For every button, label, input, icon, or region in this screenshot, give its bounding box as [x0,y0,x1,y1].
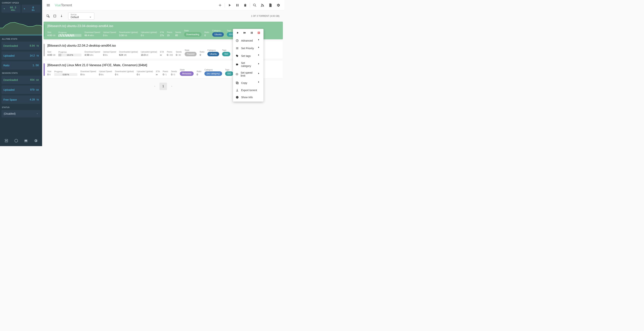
prev-page-button[interactable] [151,82,158,90]
sidebar: CURRENT SPEED 60.3MB/s 0B/s ALLTIME STAT… [0,0,42,146]
chevron-right-icon [258,72,261,76]
ctx-advanced[interactable]: Advanced [233,37,264,44]
category-chip[interactable]: Ubuntu [212,32,224,37]
play-icon[interactable] [226,1,234,9]
ctx-copy[interactable]: Copy [233,79,264,87]
ctx-export[interactable]: Export torrent [233,87,264,94]
trash-icon[interactable] [241,1,249,9]
alltime-downloaded-card[interactable]: Downloaded 8.94 TB [2,42,40,50]
sort-select[interactable]: Sort by Default [68,12,94,20]
add-icon[interactable] [216,1,224,9]
svg-rect-8 [237,82,238,84]
torrent-summary: 1 OF 3 TORRENT (4.93 GB) [251,15,282,17]
pause-icon[interactable] [234,1,241,9]
category-chip[interactable]: Ubuntu [208,52,219,56]
chevron-down-icon [36,112,38,115]
select-all-icon[interactable] [52,13,58,20]
zoom-icon[interactable] [251,1,259,9]
ctx-category[interactable]: Set category [233,60,264,69]
chevron-up-icon [23,7,26,10]
session-downloaded-card[interactable]: Downloaded 654 GB [2,76,40,84]
logout-icon[interactable] [4,139,8,144]
laptop-icon[interactable] [24,139,28,144]
ctx-speed[interactable]: Set speed limit [233,69,264,79]
toolbar: Sort by Default 1 OF 3 TORRENT (4.93 GB) [42,10,284,22]
torrent-title: [Bitsearch.to] ubuntu-23.04-desktop-amd6… [47,24,280,28]
chevron-right-icon [258,38,261,42]
tag-chip[interactable]: ISO [222,52,230,56]
current-speed-label: CURRENT SPEED [0,0,42,5]
svg-text:i: i [237,96,238,98]
download-speed-card[interactable]: 60.3MB/s [2,5,20,13]
menu-icon[interactable] [44,1,52,9]
session-label: SESSION STATS [0,70,42,75]
ctx-delete-icon[interactable] [257,31,260,35]
gear-icon[interactable] [274,1,282,9]
tag-chip[interactable]: ISO [225,72,234,76]
speed-graph [0,15,42,36]
chevron-right-icon [258,46,261,50]
svg-point-1 [254,4,256,6]
alltime-uploaded-card[interactable]: Uploaded 14.2 TB [2,52,40,60]
ctx-priority[interactable]: Set Priority [233,44,264,52]
free-space-card[interactable]: Free Space 4.28 TB [2,96,40,104]
ctx-pause-icon[interactable] [250,31,254,35]
category-chip[interactable]: (no category) [204,72,222,76]
search-icon[interactable] [45,13,52,20]
status-select[interactable]: (Disabled) [2,110,40,118]
ctx-play-icon[interactable] [236,31,239,35]
state-chip: Downloading [184,32,202,37]
chevron-down-icon [2,7,6,10]
chevron-right-icon [258,62,261,66]
status-label: STATUS [0,104,42,109]
ctx-tags[interactable]: Set tags [233,52,264,60]
brand: VueTorrent [55,3,72,7]
alltime-label: ALLTIME STATS [0,36,42,41]
logs-icon[interactable] [266,1,274,9]
sort-direction-icon[interactable] [58,13,65,20]
state-chip: Paused [185,52,197,56]
gear-icon[interactable] [34,139,38,144]
chevron-down-icon [88,15,92,20]
upload-speed-card[interactable]: 0B/s [22,5,40,13]
chevron-right-icon [258,81,261,85]
ctx-info[interactable]: iShow Info [233,94,264,101]
topbar: VueTorrent [42,0,284,10]
rss-icon[interactable] [259,1,266,9]
svg-rect-9 [236,82,238,84]
session-uploaded-card[interactable]: Uploaded 979 GB [2,86,40,94]
page-button[interactable]: 1 [160,82,167,90]
state-chip: Metadata [180,72,194,76]
context-menu: Advanced Set Priority Set tags Set categ… [233,29,264,102]
svg-rect-4 [54,15,56,17]
gauge-icon[interactable] [14,139,18,144]
ctx-forward-icon[interactable] [243,31,246,35]
chevron-right-icon [258,54,261,58]
next-page-button[interactable] [168,82,176,90]
alltime-ratio-card[interactable]: Ratio 1.58 [2,61,40,70]
